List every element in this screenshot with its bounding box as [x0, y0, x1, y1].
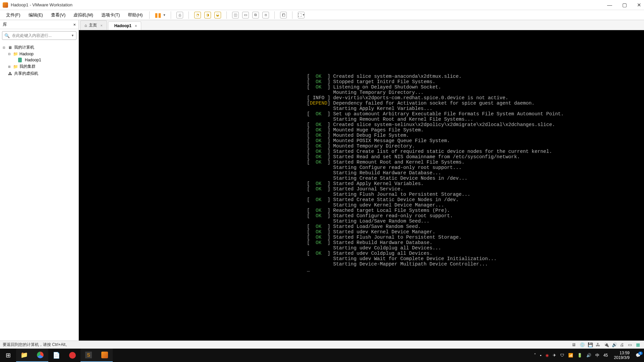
tray-time: 13:59 [614, 351, 630, 355]
menu-help[interactable]: 帮助(H) [124, 11, 146, 19]
tab-label: 主页 [89, 22, 97, 28]
search-icon: 🔍 [4, 33, 10, 38]
taskbar-chrome[interactable] [32, 349, 48, 362]
tray-clock[interactable]: 13:59 2019/3/9 [612, 351, 632, 360]
tray-hidden-icons[interactable]: ˄ [534, 353, 536, 358]
shared-icon: 🖧 [7, 71, 13, 76]
status-display-icon[interactable]: ▭ [628, 342, 633, 347]
tab-close-icon[interactable]: × [100, 23, 102, 27]
layout-1-button[interactable]: ◫ [232, 12, 239, 18]
statusbar: 要返回到您的计算机，请按 Ctrl+Alt。 🖥 💿 💾 🖧 🔌 🔊 🖨 ▭ ▦ [0, 341, 644, 349]
windows-taskbar: ⊞ 📁 📄 S ˄ ▪ ◉ ✈ 🛡 📶 🔋 🔊 中 45 13:59 2019/… [0, 349, 644, 362]
vmware-icon [3, 2, 8, 8]
status-sound-icon[interactable]: 🔊 [612, 342, 617, 347]
menu-tabs[interactable]: 选项卡(T) [98, 11, 123, 19]
menubar: 文件(F) 编辑(E) 查看(V) 虚拟机(M) 选项卡(T) 帮助(H) ▮▮… [0, 10, 644, 20]
library-search-box[interactable]: 🔍 ▼ [2, 31, 76, 40]
status-printer-icon[interactable]: 🖨 [620, 342, 625, 347]
sidebar-title: 库 [3, 21, 7, 27]
tree-label: Hadoop1 [25, 58, 41, 62]
maximize-button[interactable]: ▢ [622, 2, 627, 8]
tree-label: 我的计算机 [14, 45, 34, 50]
menu-vm[interactable]: 虚拟机(M) [70, 11, 97, 19]
start-button[interactable]: ⊞ [0, 349, 16, 362]
folder-icon: 📁 [13, 64, 18, 69]
tray-date: 2019/3/9 [614, 355, 630, 360]
revert-snapshot-button[interactable]: ◑ [204, 12, 211, 18]
send-ctrlaltdel-button[interactable]: ⎙ [176, 12, 183, 18]
tab-label: Hadoop1 [114, 23, 131, 28]
pause-vm-button[interactable]: ▮▮▼ [153, 11, 167, 19]
statusbar-message: 要返回到您的计算机，请按 Ctrl+Alt。 [3, 342, 69, 348]
sidebar-close-button[interactable]: × [73, 22, 76, 27]
taskbar-app-red[interactable] [64, 349, 80, 362]
home-icon: ⌂ [85, 23, 87, 28]
tab-hadoop1[interactable]: Hadoop1 × [108, 21, 142, 30]
window-title: Hadoop1 - VMware Workstation [11, 2, 72, 7]
search-input[interactable] [11, 32, 71, 39]
layout-4-button[interactable]: ⧈ [262, 12, 269, 18]
tray-app2-icon[interactable]: ◉ [545, 353, 549, 358]
tray-battery-pct: 45 [603, 353, 608, 358]
status-fullscreen-icon[interactable]: ▦ [636, 342, 641, 347]
tray-paperplane-icon[interactable]: ✈ [553, 353, 556, 358]
tree-hadoop-folder[interactable]: ⊟📁 Hadoop [2, 51, 76, 57]
tray-security-icon[interactable]: 🛡 [560, 353, 564, 358]
computer-icon: 🖥 [7, 45, 13, 50]
layout-2-button[interactable]: ▭ [242, 12, 249, 18]
snapshot-manager-button[interactable]: ◒ [214, 12, 221, 18]
tree-my-computer[interactable]: ⊟🖥 我的计算机 [2, 44, 76, 51]
library-tree: ⊟🖥 我的计算机 ⊟📁 Hadoop Hadoop1 ⊞📁 我的集群 🖧 共享的… [0, 42, 78, 79]
titlebar: Hadoop1 - VMware Workstation — ▢ ✕ [0, 0, 644, 10]
taskbar-vmware[interactable] [97, 349, 113, 362]
tab-home[interactable]: ⌂ 主页 × [80, 20, 107, 30]
fullscreen-button[interactable]: ⛶ ▼ [298, 12, 305, 18]
taskbar-explorer[interactable]: 📁 [16, 349, 32, 362]
folder-icon: 📁 [13, 52, 18, 56]
tray-volume-icon[interactable]: 🔊 [586, 353, 591, 358]
tray-battery-icon[interactable]: 🔋 [577, 353, 582, 358]
tree-label: 共享的虚拟机 [14, 71, 38, 76]
menu-edit[interactable]: 编辑(E) [25, 11, 46, 19]
status-floppy-icon[interactable]: 💾 [588, 342, 593, 347]
taskbar-notepad[interactable]: 📄 [48, 349, 64, 362]
menu-view[interactable]: 查看(V) [48, 11, 69, 19]
tree-label: 我的集群 [19, 64, 36, 69]
tray-ime-indicator[interactable]: 中 [595, 353, 599, 358]
tray-wifi-icon[interactable]: 📶 [568, 353, 573, 358]
search-dropdown-icon[interactable]: ▼ [71, 34, 74, 37]
layout-3-button[interactable]: ⧉ [252, 12, 259, 18]
tab-close-icon[interactable]: × [135, 24, 137, 28]
snapshot-button[interactable]: ◔ [194, 12, 201, 18]
minimize-button[interactable]: — [607, 2, 612, 8]
status-network-icon[interactable]: 🖥 [572, 342, 577, 347]
tree-shared-vms[interactable]: 🖧 共享的虚拟机 [2, 70, 76, 77]
status-cdrom-icon[interactable]: 💿 [580, 342, 585, 347]
vm-console-output[interactable]: [ OK ] Created slice system-anaconda\x2d… [79, 30, 644, 341]
library-sidebar: 库 × 🔍 ▼ ⊟🖥 我的计算机 ⊟📁 Hadoop Hadoop1 ⊞📁 [0, 20, 79, 341]
tray-notifications[interactable]: 💬5 [636, 353, 641, 358]
close-button[interactable]: ✕ [637, 2, 641, 8]
tabs-row: ⌂ 主页 × Hadoop1 × [79, 20, 644, 30]
tree-hadoop1-vm[interactable]: Hadoop1 [2, 57, 76, 63]
taskbar-sublime[interactable]: S [80, 349, 97, 362]
status-nic-icon[interactable]: 🖧 [596, 342, 601, 347]
tray-app1-icon[interactable]: ▪ [540, 353, 541, 358]
vm-icon [18, 58, 23, 62]
menu-file[interactable]: 文件(F) [3, 11, 24, 19]
tree-my-cluster[interactable]: ⊞📁 我的集群 [2, 63, 76, 70]
tree-label: Hadoop [19, 52, 34, 56]
console-button[interactable]: ⧠ [280, 12, 287, 18]
status-usb-icon[interactable]: 🔌 [604, 342, 609, 347]
